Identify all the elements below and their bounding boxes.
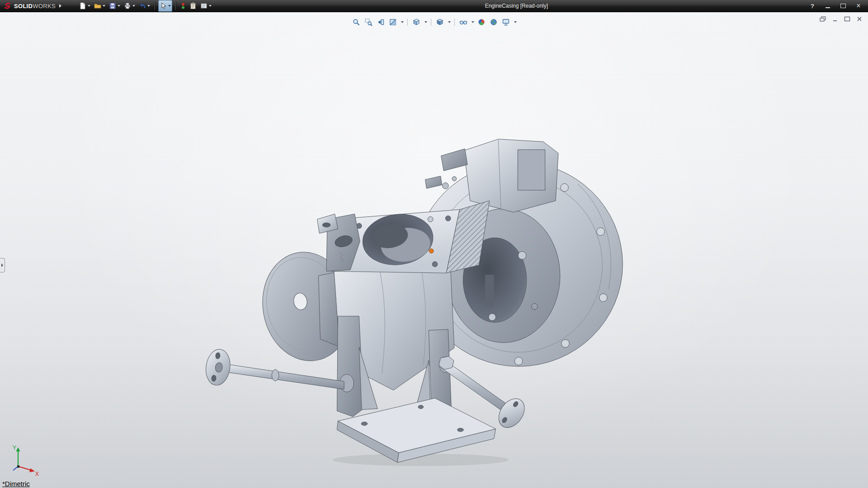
solidworks-xpress-button[interactable] bbox=[179, 0, 187, 12]
dropdown-caret-icon[interactable] bbox=[147, 5, 150, 7]
solidworks-logo: SOLIDWORKS bbox=[0, 2, 64, 10]
apply-scene-button[interactable] bbox=[489, 16, 499, 28]
open-button[interactable] bbox=[93, 0, 107, 12]
expand-arrow-icon bbox=[1, 263, 3, 267]
graphics-viewport[interactable]: Y X *Dimetric bbox=[0, 12, 868, 488]
dropdown-caret-icon[interactable] bbox=[425, 21, 427, 23]
dropdown-caret-icon[interactable] bbox=[88, 5, 90, 7]
titlebar: SOLIDWORKS bbox=[0, 0, 868, 12]
help-button[interactable]: ? bbox=[808, 2, 816, 10]
restore-button[interactable] bbox=[839, 2, 847, 10]
restore-document-icon[interactable] bbox=[819, 15, 827, 23]
save-button[interactable] bbox=[108, 0, 122, 12]
display-style-button[interactable] bbox=[435, 16, 445, 28]
brand-prefix: SOLID bbox=[14, 3, 33, 9]
undo-icon bbox=[139, 2, 146, 9]
toolbar-separator bbox=[155, 2, 155, 10]
window-title: EngineCasing [Read-only] bbox=[485, 0, 548, 12]
options-icon bbox=[200, 2, 208, 9]
minimize-document-icon[interactable] bbox=[831, 15, 839, 23]
view-orientation-cube-icon bbox=[412, 18, 420, 26]
view-settings-button[interactable] bbox=[501, 16, 511, 28]
view-orientation-label: *Dimetric bbox=[2, 480, 30, 488]
save-icon bbox=[109, 2, 116, 9]
select-button[interactable] bbox=[158, 0, 172, 12]
file-properties-icon bbox=[189, 2, 197, 9]
document-window-controls bbox=[819, 15, 863, 23]
select-cursor-icon bbox=[160, 2, 167, 9]
triad-x-label: X bbox=[35, 471, 39, 476]
featuremanager-flyout-tab[interactable] bbox=[0, 258, 5, 272]
dropdown-caret-icon[interactable] bbox=[168, 5, 171, 7]
brand-suffix: WORKS bbox=[33, 3, 56, 9]
edit-appearance-button[interactable] bbox=[476, 16, 486, 28]
open-icon bbox=[94, 2, 101, 9]
triad-y-label: Y bbox=[13, 445, 16, 451]
window-controls: ? × bbox=[808, 2, 868, 10]
close-button[interactable]: × bbox=[854, 2, 863, 10]
hide-show-items-button[interactable] bbox=[458, 16, 468, 28]
print-icon bbox=[124, 2, 131, 9]
maximize-document-icon[interactable] bbox=[843, 15, 851, 23]
dropdown-caret-icon[interactable] bbox=[401, 21, 404, 23]
heads-up-toolbar bbox=[351, 16, 517, 28]
toolbar-separator bbox=[454, 19, 455, 26]
hide-show-items-icon bbox=[459, 18, 467, 26]
file-properties-button[interactable] bbox=[188, 0, 198, 12]
solidworks-logo-icon bbox=[4, 2, 12, 10]
dropdown-caret-icon[interactable] bbox=[514, 21, 517, 23]
dropdown-caret-icon[interactable] bbox=[118, 5, 120, 7]
zoom-to-fit-button[interactable] bbox=[351, 16, 361, 28]
print-button[interactable] bbox=[123, 0, 137, 12]
previous-view-icon bbox=[377, 18, 385, 26]
new-document-button[interactable] bbox=[78, 0, 92, 12]
close-document-icon[interactable] bbox=[855, 15, 863, 23]
new-document-icon bbox=[79, 2, 86, 9]
titlebar-toolbar bbox=[78, 0, 213, 12]
options-button[interactable] bbox=[199, 0, 213, 12]
dropdown-caret-icon[interactable] bbox=[472, 21, 474, 23]
dropdown-caret-icon[interactable] bbox=[209, 5, 212, 7]
view-orientation-button[interactable] bbox=[411, 16, 421, 28]
dropdown-caret-icon[interactable] bbox=[132, 5, 135, 7]
zoom-to-fit-icon bbox=[352, 18, 360, 26]
toolbar-separator bbox=[407, 19, 408, 26]
brand-text: SOLIDWORKS bbox=[14, 3, 56, 9]
edit-appearance-icon bbox=[477, 18, 486, 26]
undo-button[interactable] bbox=[137, 0, 151, 12]
xpress-products-icon bbox=[180, 2, 186, 9]
dropdown-caret-icon[interactable] bbox=[103, 5, 105, 7]
section-view-icon bbox=[389, 18, 397, 26]
apply-scene-icon bbox=[490, 18, 498, 26]
toolbar-separator bbox=[175, 2, 176, 10]
previous-view-button[interactable] bbox=[376, 16, 386, 28]
reference-triad: Y X bbox=[6, 445, 42, 476]
menu-expand-arrow-icon[interactable] bbox=[59, 4, 61, 8]
toolbar-separator bbox=[431, 19, 431, 26]
section-view-button[interactable] bbox=[388, 16, 398, 28]
dropdown-caret-icon[interactable] bbox=[448, 21, 451, 23]
minimize-button[interactable] bbox=[824, 2, 832, 10]
zoom-to-area-icon bbox=[364, 18, 373, 26]
engine-casing-model[interactable] bbox=[0, 12, 868, 488]
view-settings-icon bbox=[502, 18, 510, 26]
display-style-icon bbox=[436, 18, 444, 26]
zoom-to-area-button[interactable] bbox=[363, 16, 373, 28]
